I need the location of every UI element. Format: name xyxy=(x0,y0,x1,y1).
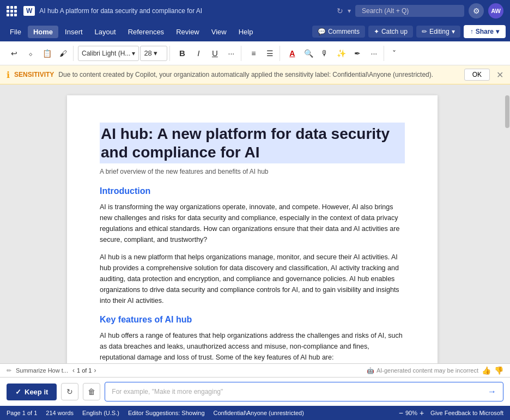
refresh-icon: ↻ xyxy=(66,387,73,396)
apps-icon[interactable] xyxy=(7,6,17,16)
ai-warning-text: AI-generated content may be incorrect xyxy=(377,367,478,374)
document-title: AI hub A platform for data security and … xyxy=(39,7,332,15)
format-painter-button[interactable]: 🖌 xyxy=(56,46,71,61)
document-page: AI hub: A new platform for data security… xyxy=(67,95,438,363)
chevron-down-icon: ▾ xyxy=(496,28,499,35)
mic-button[interactable]: 🎙 xyxy=(317,46,332,61)
chevron-down-icon: ▾ xyxy=(154,49,157,57)
catchup-button[interactable]: ✦ Catch up xyxy=(368,26,413,38)
sensitivity-ok-button[interactable]: OK xyxy=(464,69,490,81)
editing-button[interactable]: ✏ Editing ▾ xyxy=(416,26,460,38)
thumbdown-button[interactable]: 👎 xyxy=(494,366,503,375)
toolbar-font-group: Calibri Light (H... ▾ 28 ▾ xyxy=(76,46,170,61)
clipboard-button[interactable]: 📋 xyxy=(39,46,54,61)
editor-info: Editor Suggestions: Showing xyxy=(128,410,205,416)
share-icon: ↑ xyxy=(470,28,473,35)
close-icon[interactable]: ✕ xyxy=(496,70,503,80)
discard-button[interactable]: 🗑 xyxy=(83,383,100,400)
redo-icon: ⬦ xyxy=(28,49,33,58)
undo-button[interactable]: ↩ xyxy=(7,46,22,61)
action-bar: ✓ Keep it ↻ 🗑 For example, "Make it more… xyxy=(0,377,510,406)
section-introduction-para2: AI hub is a new platform that helps orga… xyxy=(100,252,405,306)
search-button[interactable]: 🔍 xyxy=(301,46,316,61)
align-button[interactable]: ☰ xyxy=(262,46,277,61)
edit-icon: ✏ xyxy=(7,367,11,374)
pencil-icon: ✏ xyxy=(422,28,427,35)
language: English (U.S.) xyxy=(82,410,119,416)
feedback-label[interactable]: Give Feedback to Microsoft xyxy=(430,410,503,416)
search-input[interactable] xyxy=(355,5,464,17)
sensitivity-text: Due to content created by Copilot, your … xyxy=(58,71,459,78)
font-size-selector[interactable]: 28 ▾ xyxy=(140,46,167,61)
italic-button[interactable]: I xyxy=(191,46,206,61)
bold-button[interactable]: B xyxy=(174,46,190,61)
editing-label: Editing xyxy=(429,28,450,35)
more-format-button[interactable]: ··· xyxy=(223,46,239,61)
document-scroll[interactable]: AI hub: A new platform for data security… xyxy=(0,84,505,363)
menu-review[interactable]: Review xyxy=(171,26,205,38)
section-introduction-para1: AI is transforming the way organizations… xyxy=(100,202,405,245)
document-main-title: AI hub: A new platform for data security… xyxy=(100,123,405,163)
font-family-selector[interactable]: Calibri Light (H... ▾ xyxy=(78,46,139,61)
section-introduction-title: Introduction xyxy=(100,186,405,196)
handwriting-button[interactable]: ✒ xyxy=(350,46,365,61)
suggestion-input-box[interactable]: For example, "Make it more engaging" → xyxy=(105,382,503,401)
thumbup-button[interactable]: 👍 xyxy=(482,366,491,375)
regenerate-button[interactable]: ↻ xyxy=(61,383,78,400)
avatar[interactable]: AW xyxy=(488,3,503,19)
toolbar-para-group: ≡ ☰ xyxy=(244,46,280,61)
comments-button[interactable]: 💬 Comments xyxy=(312,26,365,38)
ai-assist-button[interactable]: ✨ xyxy=(333,46,349,61)
settings-button[interactable]: ⚙ xyxy=(469,3,484,19)
font-size-value: 28 xyxy=(144,49,151,57)
section-keyfeatures-para1: AI hub offers a range of features that h… xyxy=(100,330,405,363)
zoom-level: 90% xyxy=(405,410,417,416)
info-icon: ℹ xyxy=(7,70,10,80)
next-button[interactable]: › xyxy=(94,367,96,374)
color-button[interactable]: A xyxy=(284,46,300,61)
send-button[interactable]: → xyxy=(488,387,496,397)
copilot-bar-right: 🤖 AI-generated content may be incorrect … xyxy=(367,366,503,375)
menu-layout[interactable]: Layout xyxy=(89,26,122,38)
chevron-down-icon: ▾ xyxy=(452,28,455,35)
toolbar: ↩ ⬦ 📋 🖌 Calibri Light (H... ▾ 28 ▾ B I U… xyxy=(0,41,510,65)
toolbar-format-group: B I U ··· xyxy=(172,46,241,61)
redo-button[interactable]: ⬦ xyxy=(23,46,38,61)
chevron-down-icon: ▾ xyxy=(132,50,135,57)
more-tools-button[interactable]: ··· xyxy=(366,46,381,61)
suggestion-placeholder: For example, "Make it more engaging" xyxy=(112,388,223,395)
expand-toolbar-button[interactable]: ˅ xyxy=(386,46,402,61)
section-keyfeatures-title: Key features of AI hub xyxy=(100,315,405,325)
menu-home[interactable]: Home xyxy=(28,26,58,38)
scrollbar-thumb[interactable] xyxy=(505,95,509,128)
underline-button[interactable]: U xyxy=(207,46,222,61)
share-button[interactable]: ↑ Share ▾ xyxy=(464,25,506,38)
menu-view[interactable]: View xyxy=(206,26,232,38)
zoom-in-button[interactable]: + xyxy=(420,409,424,417)
copilot-bar: ✏ Summarize How t... ‹ 1 of 1 › 🤖 AI-gen… xyxy=(0,363,510,377)
keep-button[interactable]: ✓ Keep it xyxy=(7,384,57,400)
status-bar-right: − 90% + Give Feedback to Microsoft xyxy=(399,409,503,417)
page-info: Page 1 of 1 xyxy=(7,410,37,416)
scrollbar[interactable] xyxy=(505,84,510,363)
word-count: 214 words xyxy=(46,410,74,416)
keep-label: Keep it xyxy=(25,388,48,396)
prev-button[interactable]: ‹ xyxy=(72,367,75,374)
trash-icon: 🗑 xyxy=(88,387,95,396)
zoom-out-button[interactable]: − xyxy=(399,409,403,417)
catchup-label: Catch up xyxy=(381,28,408,35)
title-line2: and compliance for AI xyxy=(101,144,259,161)
list-button[interactable]: ≡ xyxy=(246,46,261,61)
menu-file[interactable]: File xyxy=(4,26,27,38)
menu-insert[interactable]: Insert xyxy=(59,26,88,38)
comments-icon: 💬 xyxy=(318,28,326,35)
chevron-down-icon[interactable]: ▾ xyxy=(348,7,351,15)
refresh-icon[interactable]: ↻ xyxy=(337,7,343,15)
menu-bar: File Home Insert Layout References Revie… xyxy=(0,22,510,41)
share-label: Share xyxy=(476,28,494,35)
ai-warning-icon: 🤖 xyxy=(367,367,374,374)
zoom-controls: − 90% + xyxy=(399,409,424,417)
title-line1: AI hub: A new platform for data security xyxy=(101,125,390,142)
menu-help[interactable]: Help xyxy=(233,26,259,38)
menu-references[interactable]: References xyxy=(123,26,169,38)
